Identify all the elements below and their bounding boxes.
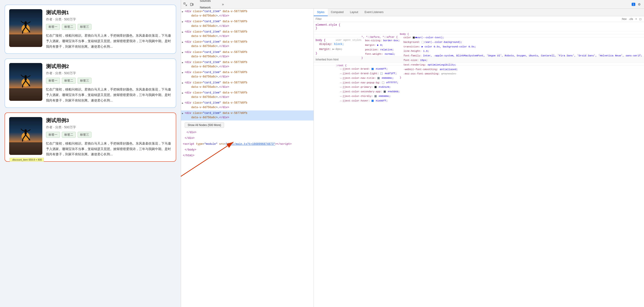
style-prop-name[interactable]: position: [365, 48, 378, 51]
dom-element-node[interactable]: ▶<div class="card_item" data-v-5877d0fb … [181, 29, 314, 39]
root-prop-name[interactable]: --jjext-color-primary: [340, 86, 373, 88]
style-prop-line: font-family: Inter, -apple-system, Blink… [400, 54, 642, 58]
style-prop-name[interactable]: color [404, 36, 411, 39]
root-prop-name[interactable]: --jjext-color-hover: [340, 99, 370, 102]
style-prop-name[interactable]: transition: [404, 45, 420, 48]
tag-item[interactable]: 标签一 [46, 78, 60, 84]
style-prop-line: box-sizing: border-box; [361, 39, 400, 43]
styles-filter-actions: :hov .cls + ◻ [621, 17, 642, 21]
style-prop-line: -moz-osx-font-smoothing: grayscale; [400, 72, 642, 76]
style-prop-name[interactable]: box-sizing: [365, 39, 382, 42]
root-prop-line: --jjext-color-nav-popup-bg: #ffffff; [336, 81, 400, 85]
card-content-2: 测试用例2作者 · 分类 · 500万字标签一标签二标签三忆在广陵初，移船问相识… [46, 63, 172, 103]
card-item-3[interactable]: 测试用例3作者 · 分类 · 500万字标签一标签二标签三忆在广陵初，移船问相识… [4, 113, 176, 162]
style-prop-line: color ■var(--color-text); [400, 36, 642, 40]
styles-sub-tab-layout[interactable]: Layout [347, 9, 361, 16]
devtools-tab-sources[interactable]: Sources [196, 0, 220, 4]
style-selector[interactable]: element.style { [316, 23, 340, 27]
hov-button[interactable]: :hov [621, 17, 627, 21]
dom-node-content: <div class="card_item" data-v-5877d0fb d… [185, 40, 248, 48]
dom-element-node[interactable]: ▶<div class="card_item" data-v-5877d0fb … [181, 50, 314, 60]
style-prop-line: font-size: 15px; [400, 58, 642, 63]
root-prop-name[interactable]: --jjext-color-nav-popup-bg: [340, 81, 380, 84]
styles-filter-input[interactable] [316, 18, 619, 21]
dom-element-node[interactable]: ▶<div class="card_item" data-v-5877d0fb … [181, 90, 314, 100]
styles-filter-bar: :hov .cls + ◻ [314, 16, 644, 22]
style-source: *, *::before, *::after { box-sizing: bor… [361, 36, 400, 59]
devtools-tab-bar: ElementsConsoleSourcesNetworkPerformance… [181, 0, 644, 9]
dom-element-node[interactable]: ▶<div class="card_item" data-v-5877d0fb … [181, 19, 314, 29]
style-prop-name[interactable]: background: [404, 41, 420, 44]
style-prop-name[interactable]: font-family: [404, 54, 422, 57]
tag-item[interactable]: 标签二 [62, 78, 76, 84]
tag-item[interactable]: 标签三 [78, 132, 92, 138]
style-selector[interactable]: body { [400, 33, 409, 36]
root-prop-name[interactable]: --jjext-color-secondary-app: [340, 90, 382, 93]
tag-item[interactable]: 标签二 [62, 132, 76, 138]
dom-element-node[interactable]: ▶<div class="card_item" data-v-5877d0fb … [181, 100, 314, 110]
card-desc-3: 忆在广陵初，移船问相识。君骑白马天上来，手把铜章好颜色。东风裊裊吹落花，下马邀予… [46, 141, 172, 157]
inspect-element-icon[interactable] [183, 2, 188, 7]
style-prop-name[interactable]: -webkit-font-smoothing: [404, 68, 438, 71]
card-item-2[interactable]: 测试用例2作者 · 分类 · 500万字标签一标签二标签三忆在广陵初，移船问相识… [4, 58, 176, 108]
tag-item[interactable]: 标签三 [78, 24, 92, 30]
dom-element-node[interactable]: ▶<div class="card_item" data-v-5877d0fb … [181, 70, 314, 80]
more-tabs-button[interactable]: » [220, 1, 226, 7]
style-prop-name[interactable]: text-rendering: [404, 64, 426, 66]
card-title-2: 测试用例2 [46, 63, 172, 70]
tag-item[interactable]: 标签二 [62, 24, 76, 30]
styles-rules-container: element.style {}body { color ■var(--colo… [314, 22, 644, 66]
style-prop-name[interactable]: display: [319, 43, 332, 46]
root-prop-line: --jjext-color-thirdly: #86909c; [336, 94, 400, 99]
styles-sub-tab-bar: StylesComputedLayoutEvent Listeners [314, 9, 644, 16]
root-prop-name[interactable]: --jjext-color-nav-title: [340, 77, 376, 80]
dom-element-node[interactable]: ▶<div class="card_item" data-v-5877d0fb … [181, 9, 314, 19]
settings-icon[interactable]: ⚙ [636, 1, 642, 7]
card-meta-3: 作者 · 分类 · 500万字 [46, 125, 172, 129]
style-selector[interactable]: *, *::before, *::after { [361, 36, 398, 39]
style-prop-name[interactable]: -moz-osx-font-smoothing: [404, 72, 440, 75]
styles-sub-tab-styles[interactable]: Styles [314, 9, 328, 16]
style-prop-name[interactable]: font-weight: [365, 53, 383, 56]
dom-node-content: <div class="card_item" data-v-5877d0fb d… [185, 51, 248, 58]
show-more-nodes-button[interactable]: Show All Nodes (500 More) [185, 122, 224, 128]
device-toggle-icon[interactable] [189, 2, 194, 7]
style-prop-name[interactable]: font-size: [404, 59, 418, 62]
root-prop-name[interactable]: --jjext-color-thirdly: [340, 95, 373, 98]
tag-item[interactable]: 标签一 [46, 132, 60, 138]
style-selector[interactable]: body { [316, 39, 326, 42]
root-prop-name[interactable]: --jjext-color-brand-light: [340, 72, 379, 75]
tag-item[interactable]: 标签一 [46, 24, 60, 30]
tag-item[interactable]: 标签三 [78, 78, 92, 84]
card-item-1[interactable]: 测试用例1作者 · 分类 · 500万字标签一标签二标签三忆在广陵初，移船问相识… [4, 5, 176, 54]
svg-rect-19 [190, 3, 192, 6]
dom-node-content: <div class="card_item" data-v-5877d0fb d… [185, 10, 248, 18]
styles-sub-tab-event listeners[interactable]: Event Listeners [361, 9, 387, 16]
style-source: body { color ■var(--color-text); backgro… [400, 33, 642, 79]
dom-element-node[interactable]: ▶<div class="card_item" data-v-5877d0fb … [181, 60, 314, 70]
new-rule-button[interactable]: ◻ [638, 17, 642, 21]
style-prop-name[interactable]: line-height: [404, 50, 422, 53]
devtools-icon-group [183, 2, 194, 7]
card-image-2 [9, 63, 42, 101]
style-prop-line: font-weight: normal; [361, 52, 400, 57]
card-desc-2: 忆在广陵初，移船问相识。君骑白马天上来，手把铜章好颜色。东风裊裊吹落花，下马邀予… [46, 87, 172, 103]
dom-plain-node: </div> [181, 130, 314, 135]
dom-element-node[interactable]: ▶<div class="card_item" data-v-5877d0fb … [181, 39, 314, 49]
svg-rect-1 [9, 34, 42, 47]
style-prop-line: line-height: 1.6; [400, 49, 642, 54]
root-prop-line: --jjext-color-nav-title: #86909c; [336, 76, 400, 81]
style-prop-name[interactable]: margin: [319, 48, 331, 51]
card-meta-2: 作者 · 分类 · 500万字 [46, 71, 172, 75]
cls-button[interactable]: .cls [628, 17, 634, 21]
style-prop-line: text-rendering: optimizeLegibility; [400, 63, 642, 67]
dom-script-node: <script type="module" src="/src/main.ts?… [181, 141, 314, 147]
styles-sub-tab-computed[interactable]: Computed [328, 9, 347, 16]
dom-element-node[interactable]: ▶<div class="card_item" data-v-5877d0fb … [181, 110, 314, 121]
style-prop-name[interactable]: margin: [365, 44, 376, 47]
dom-element-node[interactable]: ▶<div class="card_item" data-v-5877d0fb … [181, 80, 314, 90]
add-style-button[interactable]: + [634, 17, 638, 21]
card-title-1: 测试用例1 [46, 9, 172, 16]
root-prop-name[interactable]: --jjext-color-brand: [340, 68, 370, 70]
card-content-3: 测试用例3作者 · 分类 · 500万字标签一标签二标签三忆在广陵初，移船问相识… [46, 117, 172, 157]
